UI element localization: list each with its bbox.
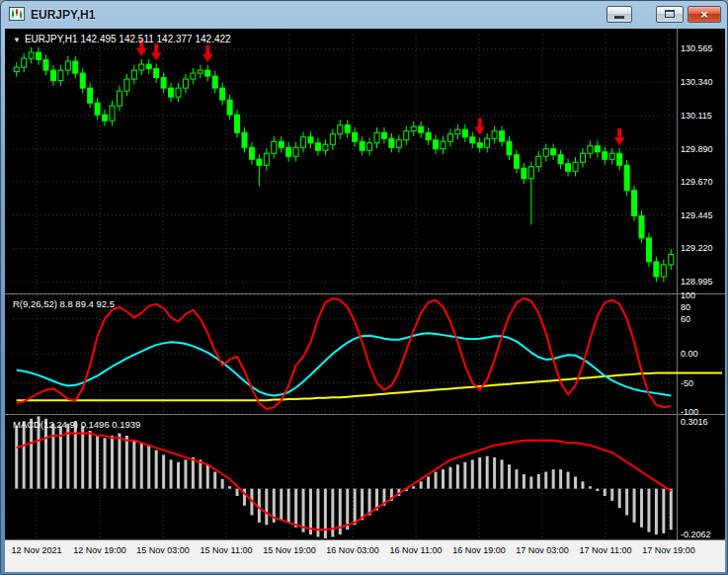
svg-text:128.995: 128.995 <box>681 277 713 287</box>
close-button[interactable]: × <box>688 6 721 23</box>
svg-text:12 Nov 19:00: 12 Nov 19:00 <box>73 545 126 555</box>
chart-area: 130.565130.340130.115129.890129.670129.4… <box>5 29 725 572</box>
svg-text:16 Nov 11:00: 16 Nov 11:00 <box>390 545 443 555</box>
svg-text:-0.2062: -0.2062 <box>681 530 711 539</box>
chart-icon <box>9 7 25 21</box>
svg-text:80: 80 <box>681 302 690 312</box>
svg-text:-50: -50 <box>681 378 693 388</box>
svg-text:17 Nov 19:00: 17 Nov 19:00 <box>642 545 695 555</box>
svg-text:16 Nov 03:00: 16 Nov 03:00 <box>326 545 379 555</box>
svg-text:60: 60 <box>681 314 690 324</box>
svg-text:100: 100 <box>681 290 695 300</box>
svg-text:130.565: 130.565 <box>681 43 713 53</box>
svg-text:17 Nov 11:00: 17 Nov 11:00 <box>580 545 632 555</box>
mt4-chart-window: EURJPY,H1 × 130.565130.340130.115129.890… <box>0 0 728 575</box>
time-axis-labels: 12 Nov 202112 Nov 19:0015 Nov 03:0015 No… <box>11 545 694 555</box>
svg-text:130.340: 130.340 <box>681 77 713 87</box>
svg-text:16 Nov 19:00: 16 Nov 19:00 <box>452 545 506 555</box>
svg-text:15 Nov 19:00: 15 Nov 19:00 <box>263 545 316 555</box>
svg-text:0.00: 0.00 <box>681 349 698 359</box>
collapse-triangle-icon[interactable]: ▼ <box>13 36 21 44</box>
svg-text:-100: -100 <box>681 407 698 417</box>
indicator2-label: MACD(12,24,9) 0.1496 0.1939 <box>13 419 140 430</box>
svg-text:12 Nov 2021: 12 Nov 2021 <box>11 545 61 555</box>
window-title: EURJPY,H1 <box>31 8 95 22</box>
minimize-icon <box>614 16 624 19</box>
svg-text:15 Nov 03:00: 15 Nov 03:00 <box>136 545 190 555</box>
symbol-ohlc-text: EURJPY,H1 142.495 142.511 142.377 142.42… <box>25 34 231 44</box>
svg-text:129.670: 129.670 <box>681 177 713 187</box>
close-icon: × <box>688 7 720 22</box>
indicator1-label: R(9,26,52) 8.8 89.4 92.5 <box>13 298 115 309</box>
svg-text:130.115: 130.115 <box>681 111 712 121</box>
svg-text:0.3016: 0.3016 <box>681 417 708 427</box>
maximize-button[interactable] <box>656 6 684 23</box>
minimize-button[interactable] <box>607 6 632 23</box>
maximize-icon <box>665 10 675 18</box>
symbol-ohlc-line: ▼EURJPY,H1 142.495 142.511 142.377 142.4… <box>13 34 231 44</box>
svg-text:17 Nov 03:00: 17 Nov 03:00 <box>516 545 569 555</box>
svg-text:129.890: 129.890 <box>681 144 713 154</box>
svg-text:129.445: 129.445 <box>681 210 713 220</box>
svg-text:129.220: 129.220 <box>681 243 713 253</box>
titlebar[interactable]: EURJPY,H1 × <box>1 1 727 29</box>
svg-text:15 Nov 11:00: 15 Nov 11:00 <box>201 545 253 555</box>
